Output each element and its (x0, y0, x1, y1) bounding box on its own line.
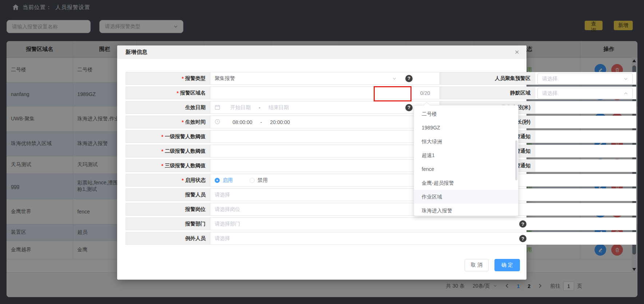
level1-threshold-input[interactable]: 0/5 (210, 130, 440, 143)
gather-warn-area-cell: 请选择 (535, 72, 636, 85)
required-mark: * (182, 76, 184, 81)
duration-input[interactable] (535, 116, 636, 128)
exception-person-label: 例外人员 (126, 232, 210, 245)
gather-warn-area-label: 人员聚集预警区 (440, 72, 535, 85)
alarm-dept-label: 报警部门 (126, 217, 210, 230)
alarm-dept-select[interactable]: 请选择部门 (210, 217, 636, 230)
dropdown-list: 二号楼 1989GZ 恒大绿洲 超速1 fence 金鹰-超员报警 作业区域 珠… (414, 105, 518, 216)
effective-date-label: 生效日期 (126, 101, 210, 114)
alarm-post-placeholder: 请选择岗位 (215, 206, 240, 213)
level2-notify-input[interactable] (535, 145, 636, 157)
gather-radius-input[interactable] (535, 101, 636, 114)
help-icon[interactable]: ? (405, 75, 413, 82)
dropdown-option[interactable]: 恒大绿洲 (414, 135, 518, 148)
required-mark: * (177, 90, 179, 96)
modal-header: 新增信息 × (117, 45, 526, 59)
clock-icon (215, 119, 220, 125)
radio-selected-icon (215, 178, 220, 183)
close-icon[interactable]: × (512, 47, 522, 57)
area-name-counter: 0/20 (420, 90, 430, 96)
required-mark: * (162, 163, 163, 169)
help-icon[interactable]: ? (405, 104, 413, 111)
enable-status-label: *启用状态 (126, 174, 210, 187)
required-mark: * (182, 177, 184, 183)
modal-title: 新增信息 (126, 49, 147, 56)
effective-date-range-picker[interactable]: 开始日期 - 结束日期 ? (210, 101, 440, 114)
required-mark: * (162, 134, 163, 140)
time-range-separator: - (261, 119, 262, 125)
start-time-value: 08:00:00 (232, 119, 253, 125)
level2-threshold-input[interactable]: 0/5 (210, 145, 440, 157)
required-mark: * (162, 148, 163, 154)
silent-area-label: 静默区域 (440, 87, 535, 99)
level3-threshold-label: *三级报警人数阈值 (126, 159, 210, 172)
alarm-type-label: *报警类型 (126, 72, 210, 85)
dropdown-option[interactable]: 金鹰-超员报警 (414, 176, 518, 190)
gather-warn-area-placeholder: 请选择 (542, 76, 557, 82)
dropdown-scrollbar-thumb[interactable] (515, 140, 517, 180)
dropdown-option[interactable]: 二号楼 (414, 107, 518, 121)
dropdown-option[interactable]: 1989GZ (414, 121, 518, 135)
level2-threshold-label: *二级报警人数阈值 (126, 145, 210, 157)
chevron-down-icon (624, 77, 628, 81)
level1-threshold-label: *一级报警人数阈值 (126, 130, 210, 143)
radio-unselected-icon (250, 178, 255, 183)
dropdown-option[interactable]: 超速1 (414, 148, 518, 162)
help-icon[interactable]: ? (519, 220, 526, 228)
calendar-icon (215, 104, 220, 111)
silent-area-cell: 请选择 (535, 87, 636, 99)
level3-threshold-input[interactable]: 0/5 (210, 159, 440, 172)
confirm-button[interactable]: 确定 (494, 259, 520, 271)
alarm-type-value: 聚集报警 (215, 75, 235, 82)
alarm-person-label: 报警人员 (126, 188, 210, 201)
alarm-person-placeholder: 请选择 (215, 192, 230, 198)
exception-person-select[interactable]: 请选择 (210, 232, 636, 245)
alarm-type-select[interactable]: 聚集报警 ? (210, 72, 440, 85)
silent-area-select[interactable]: 请选择 (537, 88, 633, 99)
help-icon[interactable]: ? (519, 235, 526, 242)
dropdown-option[interactable]: 珠海进入报警 (414, 204, 518, 216)
end-date-placeholder: 结束日期 (269, 104, 289, 111)
level1-notify-input[interactable] (535, 130, 636, 143)
required-mark: * (182, 119, 184, 125)
exception-person-placeholder: 请选择 (215, 235, 230, 242)
silent-area-placeholder: 请选择 (542, 90, 557, 97)
effective-time-label: *生效时间 (126, 116, 210, 128)
effective-time-range-picker[interactable]: 08:00:00 - 20:00:00 (210, 116, 440, 128)
start-date-placeholder: 开始日期 (230, 104, 251, 111)
dropdown-option[interactable]: fence (414, 162, 518, 176)
level3-notify-input[interactable] (535, 159, 636, 172)
dropdown-option-highlighted[interactable]: 作业区域 (414, 190, 518, 204)
cancel-button[interactable]: 取消 (465, 259, 489, 271)
area-name-label: *报警区域名 (126, 87, 210, 99)
alarm-post-label: 报警岗位 (126, 203, 210, 216)
end-time-value: 20:00:00 (270, 119, 290, 125)
alarm-dept-placeholder: 请选择部门 (215, 221, 240, 227)
gather-warn-area-select[interactable]: 请选择 (537, 73, 633, 84)
chevron-up-icon (624, 91, 628, 96)
radio-enabled[interactable]: 启用 (215, 177, 233, 184)
chevron-down-icon (392, 76, 397, 81)
silent-area-dropdown: 二号楼 1989GZ 恒大绿洲 超速1 fence 金鹰-超员报警 作业区域 珠… (414, 105, 518, 216)
silent-area-annotation-box (374, 86, 412, 101)
date-range-separator: - (259, 105, 261, 111)
radio-disabled[interactable]: 禁用 (250, 177, 268, 184)
